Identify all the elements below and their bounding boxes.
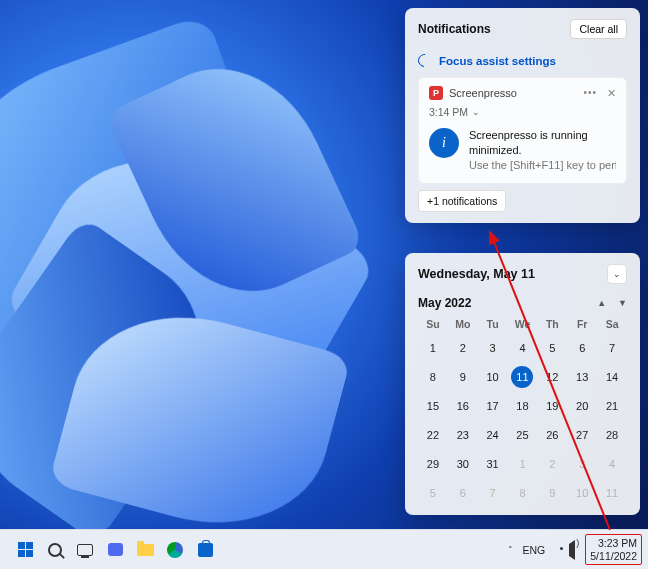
calendar-prev-icon[interactable]: ▲ [597, 298, 606, 308]
edge-button[interactable] [162, 537, 188, 563]
calendar-day[interactable]: 10 [567, 482, 597, 504]
notification-text-2: Use the [Shift+F11] key to perform a ca [469, 158, 616, 173]
calendar-day[interactable]: 9 [537, 482, 567, 504]
taskbar-date: 5/11/2022 [590, 550, 637, 562]
calendar-day[interactable]: 28 [597, 424, 627, 446]
calendar-day[interactable]: 9 [448, 366, 478, 388]
calendar-day[interactable]: 1 [418, 337, 448, 359]
taskbar-time: 3:23 PM [590, 537, 637, 549]
calendar-day[interactable]: 29 [418, 453, 448, 475]
calendar-dow: Tu [478, 318, 508, 330]
chat-icon [108, 543, 123, 556]
calendar-day[interactable]: 16 [448, 395, 478, 417]
calendar-day[interactable]: 4 [508, 337, 538, 359]
store-button[interactable] [192, 537, 218, 563]
calendar-dow: Mo [448, 318, 478, 330]
notifications-panel: Notifications Clear all Focus assist set… [405, 8, 640, 223]
notification-time: 3:14 PM [429, 106, 468, 118]
calendar-day[interactable]: 14 [597, 366, 627, 388]
taskbar: ˄ ENG 3:23 PM 5/11/2022 [0, 529, 648, 569]
clear-all-button[interactable]: Clear all [570, 19, 627, 39]
chevron-down-icon[interactable]: ⌄ [472, 107, 480, 117]
calendar-day[interactable]: 13 [567, 366, 597, 388]
notification-text-1: Screenpresso is running minimized. [469, 128, 616, 158]
task-view-icon [77, 544, 93, 556]
calendar-day[interactable]: 25 [508, 424, 538, 446]
calendar-day[interactable]: 26 [537, 424, 567, 446]
calendar-day[interactable]: 3 [478, 337, 508, 359]
calendar-day[interactable]: 17 [478, 395, 508, 417]
calendar-day[interactable]: 23 [448, 424, 478, 446]
chat-button[interactable] [102, 537, 128, 563]
calendar-day[interactable]: 19 [537, 395, 567, 417]
calendar-day[interactable]: 15 [418, 395, 448, 417]
calendar-day[interactable]: 12 [537, 366, 567, 388]
calendar-day[interactable]: 30 [448, 453, 478, 475]
calendar-day[interactable]: 22 [418, 424, 448, 446]
calendar-next-icon[interactable]: ▼ [618, 298, 627, 308]
notification-app-name: Screenpresso [449, 87, 517, 99]
calendar-dow: We [508, 318, 538, 330]
calendar-day[interactable]: 21 [597, 395, 627, 417]
desktop: Notifications Clear all Focus assist set… [0, 0, 648, 569]
taskbar-clock[interactable]: 3:23 PM 5/11/2022 [585, 534, 642, 564]
calendar-day[interactable]: 18 [508, 395, 538, 417]
search-icon [48, 543, 62, 557]
notification-more-icon[interactable]: ••• [583, 87, 597, 100]
speaker-icon[interactable] [565, 544, 575, 556]
file-explorer-button[interactable] [132, 537, 158, 563]
calendar-day[interactable]: 24 [478, 424, 508, 446]
calendar-day[interactable]: 4 [597, 453, 627, 475]
calendar-full-date: Wednesday, May 11 [418, 267, 535, 281]
calendar-dow: Su [418, 318, 448, 330]
more-notifications-button[interactable]: +1 notifications [418, 190, 506, 212]
calendar-day[interactable]: 10 [478, 366, 508, 388]
calendar-day[interactable]: 8 [508, 482, 538, 504]
calendar-day[interactable]: 7 [478, 482, 508, 504]
calendar-day[interactable]: 31 [478, 453, 508, 475]
calendar-day[interactable]: 5 [537, 337, 567, 359]
notification-card[interactable]: P Screenpresso ••• ✕ 3:14 PM ⌄ i Screenp… [418, 77, 627, 184]
calendar-day[interactable]: 5 [418, 482, 448, 504]
calendar-day[interactable]: 6 [567, 337, 597, 359]
calendar-month-label[interactable]: May 2022 [418, 296, 471, 310]
language-indicator[interactable]: ENG [523, 544, 546, 556]
calendar-dow: Fr [567, 318, 597, 330]
focus-assist-label: Focus assist settings [439, 55, 556, 67]
task-view-button[interactable] [72, 537, 98, 563]
calendar-dow: Sa [597, 318, 627, 330]
calendar-collapse-button[interactable]: ⌄ [607, 264, 627, 284]
info-icon: i [429, 128, 459, 158]
calendar-day[interactable]: 20 [567, 395, 597, 417]
calendar-day[interactable]: 2 [537, 453, 567, 475]
screenpresso-icon: P [429, 86, 443, 100]
calendar-dow: Th [537, 318, 567, 330]
calendar-day-today[interactable]: 11 [511, 366, 533, 388]
search-button[interactable] [42, 537, 68, 563]
calendar-grid: SuMoTuWeThFrSa12345678910111213141516171… [418, 318, 627, 504]
calendar-day[interactable]: 6 [448, 482, 478, 504]
calendar-day[interactable]: 11 [597, 482, 627, 504]
calendar-day[interactable]: 1 [508, 453, 538, 475]
folder-icon [137, 544, 154, 556]
tray-overflow-icon[interactable]: ˄ [508, 545, 513, 555]
moon-icon [415, 51, 433, 69]
calendar-day[interactable]: 2 [448, 337, 478, 359]
notification-close-icon[interactable]: ✕ [607, 87, 616, 100]
calendar-day[interactable]: 8 [418, 366, 448, 388]
notifications-title: Notifications [418, 22, 491, 36]
calendar-panel: Wednesday, May 11 ⌄ May 2022 ▲ ▼ SuMoTuW… [405, 253, 640, 515]
focus-assist-link[interactable]: Focus assist settings [418, 49, 627, 77]
calendar-day[interactable]: 27 [567, 424, 597, 446]
store-icon [198, 543, 213, 557]
start-button[interactable] [12, 537, 38, 563]
edge-icon [167, 542, 183, 558]
calendar-day[interactable]: 7 [597, 337, 627, 359]
calendar-day[interactable]: 3 [567, 453, 597, 475]
